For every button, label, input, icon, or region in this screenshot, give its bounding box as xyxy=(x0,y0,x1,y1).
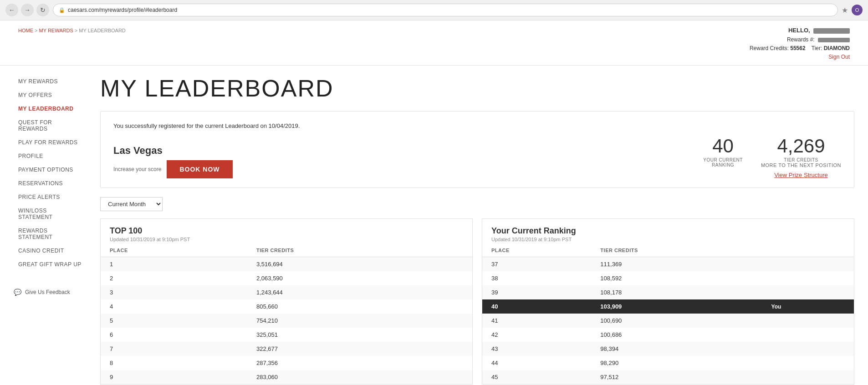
current-ranking-title: Your Current Ranking xyxy=(491,226,845,236)
ranking-number: 40 xyxy=(703,137,743,156)
credits-cell: 1,243,644 xyxy=(247,285,472,299)
table-row: 6 325,051 xyxy=(101,328,472,342)
you-cell xyxy=(759,314,854,328)
sidebar-item-play-for-rewards[interactable]: PLAY FOR REWARDS xyxy=(0,136,100,149)
you-cell xyxy=(759,257,854,272)
lock-icon: 🔒 xyxy=(59,7,65,13)
sidebar-item-profile[interactable]: PROFILE xyxy=(0,149,100,163)
place-cell: 39 xyxy=(482,285,591,299)
credits-cell: 805,660 xyxy=(247,299,472,314)
sign-out-link[interactable]: Sign Out xyxy=(750,53,850,61)
sidebar-item-my-rewards[interactable]: MY REWARDS xyxy=(0,75,100,88)
table-row: 3 1,243,644 xyxy=(101,285,472,299)
ranking-stat: 40 YOUR CURRENT RANKING xyxy=(703,137,743,167)
sidebar-item-my-offers[interactable]: MY OFFERS xyxy=(0,88,100,102)
sidebar-item-rewards-statement[interactable]: REWARDS STATEMENT xyxy=(0,224,100,244)
you-cell xyxy=(759,285,854,299)
rewards-number xyxy=(818,38,850,42)
breadcrumb-home[interactable]: HOME xyxy=(18,28,33,33)
table-row: 41 100,690 xyxy=(482,314,854,328)
place-cell: 44 xyxy=(482,356,591,370)
table-row: 39 108,178 xyxy=(482,285,854,299)
you-cell xyxy=(759,271,854,285)
address-bar[interactable]: 🔒 caesars.com/myrewards/profile/#leaderb… xyxy=(53,4,838,16)
place-cell: 45 xyxy=(482,370,591,384)
view-prize-link[interactable]: View Prize Structure xyxy=(761,172,841,178)
registration-message: You successfully registered for the curr… xyxy=(113,122,841,129)
credits-cell: 754,210 xyxy=(247,314,472,328)
breadcrumb-rewards[interactable]: MY REWARDS xyxy=(39,28,73,33)
credits-cell: 108,592 xyxy=(591,271,758,285)
user-info: HELLO, Rewards #: Reward Credits: 55562 … xyxy=(750,26,850,61)
reload-button[interactable]: ↻ xyxy=(36,4,49,16)
table-row: 7 322,677 xyxy=(101,342,472,356)
table-row: 9 283,060 xyxy=(101,370,472,384)
table-row: 37 111,369 xyxy=(482,257,854,272)
sidebar-item-casino-credit[interactable]: CASINO CREDIT xyxy=(0,244,100,258)
you-cell xyxy=(759,342,854,356)
place-cell: 3 xyxy=(101,285,247,299)
top100-title: TOP 100 xyxy=(110,226,463,236)
place-cell: 7 xyxy=(101,342,247,356)
table-row: 44 98,290 xyxy=(482,356,854,370)
table-row: 2 2,063,590 xyxy=(101,271,472,285)
credits-cell: 100,690 xyxy=(591,314,758,328)
sidebar-item-quest-for-rewards[interactable]: QUEST FOR REWARDS xyxy=(0,116,100,136)
content-area: MY LEADERBOARD You successfully register… xyxy=(100,66,868,385)
location-booking-row: Las Vegas Increase your score BOOK NOW 4… xyxy=(113,137,841,178)
main-layout: MY REWARDS MY OFFERS MY LEADERBOARD QUES… xyxy=(0,66,868,385)
ranking-label: YOUR CURRENT RANKING xyxy=(703,157,743,167)
table-row: 8 287,356 xyxy=(101,356,472,370)
place-cell: 4 xyxy=(101,299,247,314)
sidebar-item-great-gift[interactable]: GREAT GIFT WRAP UP xyxy=(0,258,100,271)
credits-cell: 3,516,694 xyxy=(247,257,472,272)
top100-card: TOP 100 Updated 10/31/2019 at 9:10pm PST… xyxy=(100,218,473,385)
top100-table: PLACE TIER CREDITS 1 3,516,694 2 2,063,5… xyxy=(101,244,472,384)
ranking-col-place: PLACE xyxy=(482,244,591,257)
tier-value: DIAMOND xyxy=(824,45,850,51)
current-ranking-updated: Updated 10/31/2019 at 9:10pm PST xyxy=(491,237,845,242)
table-row: 4 805,660 xyxy=(101,299,472,314)
bookmark-icon[interactable]: ★ xyxy=(842,6,848,15)
table-row: 40 103,909 You xyxy=(482,299,854,314)
book-now-button[interactable]: BOOK NOW xyxy=(167,160,232,178)
forward-button[interactable]: → xyxy=(21,4,34,16)
action-row: Increase your score BOOK NOW xyxy=(113,160,233,178)
leaderboard-card: You successfully registered for the curr… xyxy=(100,111,854,188)
sidebar-item-price-alerts[interactable]: PRICE ALERTS xyxy=(0,190,100,204)
ranking-col-you xyxy=(759,244,854,257)
profile-avatar[interactable]: O xyxy=(852,5,863,15)
sidebar-item-my-leaderboard[interactable]: MY LEADERBOARD xyxy=(0,102,100,116)
place-cell: 40 xyxy=(482,299,591,314)
location-block: Las Vegas Increase your score BOOK NOW xyxy=(113,145,233,178)
tier-label: Tier: xyxy=(812,45,822,51)
you-cell: You xyxy=(759,299,854,314)
top100-updated: Updated 10/31/2019 at 9:10pm PST xyxy=(110,237,463,242)
month-filter-select[interactable]: Current Month Previous Month xyxy=(100,197,163,211)
sidebar-item-payment-options[interactable]: PAYMENT OPTIONS xyxy=(0,163,100,177)
credits-cell: 100,686 xyxy=(591,328,758,342)
credits-cell: 98,394 xyxy=(591,342,758,356)
breadcrumb-sep2: > xyxy=(75,28,79,33)
breadcrumb-current: MY LEADERBOARD xyxy=(79,28,126,33)
sidebar-item-reservations[interactable]: RESERVATIONS xyxy=(0,177,100,190)
feedback-button[interactable]: 💬 Give Us Feedback xyxy=(0,285,100,299)
rewards-label: Rewards #: xyxy=(787,36,815,43)
you-cell xyxy=(759,356,854,370)
credits-cell: 98,290 xyxy=(591,356,758,370)
top100-header: TOP 100 Updated 10/31/2019 at 9:10pm PST xyxy=(101,219,472,244)
current-ranking-card: Your Current Ranking Updated 10/31/2019 … xyxy=(482,218,854,385)
back-button[interactable]: ← xyxy=(5,4,18,16)
sidebar: MY REWARDS MY OFFERS MY LEADERBOARD QUES… xyxy=(0,66,100,385)
you-cell xyxy=(759,328,854,342)
filter-row: Current Month Previous Month xyxy=(100,197,854,211)
feedback-icon: 💬 xyxy=(14,289,21,296)
sidebar-item-win-loss-statement[interactable]: WIN/LOSS STATEMENT xyxy=(0,204,100,224)
tables-row: TOP 100 Updated 10/31/2019 at 9:10pm PST… xyxy=(100,218,854,385)
place-cell: 8 xyxy=(101,356,247,370)
location-name: Las Vegas xyxy=(113,145,233,157)
breadcrumb: HOME > MY REWARDS > MY LEADERBOARD xyxy=(18,28,126,33)
tier-credits-stat: 4,269 TIER CREDITS more to the next posi… xyxy=(761,137,841,178)
tier-credits-label: TIER CREDITS more to the next position xyxy=(761,157,841,168)
table-row: 5 754,210 xyxy=(101,314,472,328)
